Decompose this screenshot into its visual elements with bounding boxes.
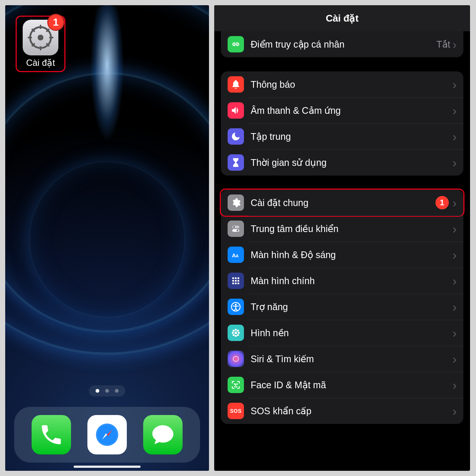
svg-point-32 xyxy=(235,329,237,331)
svg-text:A: A xyxy=(232,252,236,258)
flower-icon xyxy=(228,325,244,341)
row-label: Tập trung xyxy=(251,131,453,142)
chevron-right-icon: › xyxy=(453,353,457,365)
svg-rect-23 xyxy=(232,280,234,282)
row-label: Âm thanh & Cảm ứng xyxy=(251,105,453,116)
settings-group-alerts: Thông báo › Âm thanh & Cảm ứng › Tập tru… xyxy=(221,71,463,176)
row-personal-hotspot[interactable]: Điểm truy cập cá nhân Tắt › xyxy=(221,31,463,57)
chevron-right-icon: › xyxy=(453,222,457,235)
svg-point-31 xyxy=(235,332,237,334)
speaker-icon xyxy=(228,102,244,119)
row-control-center[interactable]: Trung tâm điều khiển › xyxy=(221,216,463,242)
svg-rect-27 xyxy=(235,283,237,284)
row-label: Điểm truy cập cá nhân xyxy=(251,39,436,50)
settings-app-badge: 1 xyxy=(47,14,64,31)
chevron-right-icon: › xyxy=(453,405,457,417)
settings-title: Cài đặt xyxy=(326,13,358,24)
row-label: Màn hình chính xyxy=(251,276,453,286)
chevron-right-icon: › xyxy=(453,78,457,91)
safari-app[interactable] xyxy=(87,415,127,454)
chevron-right-icon: › xyxy=(453,248,457,261)
gear-icon xyxy=(228,194,244,211)
bell-icon xyxy=(228,76,244,93)
svg-point-36 xyxy=(232,329,234,331)
svg-point-17 xyxy=(237,229,238,231)
svg-rect-21 xyxy=(235,277,237,279)
svg-rect-25 xyxy=(238,280,239,282)
messages-app[interactable] xyxy=(143,415,183,454)
settings-group-system: Cài đặt chung 1 › Trung tâm điều khiển ›… xyxy=(221,190,463,424)
row-label: Trợ năng xyxy=(251,302,453,312)
compass-icon xyxy=(94,422,120,447)
chevron-right-icon: › xyxy=(453,300,457,313)
faceid-icon xyxy=(228,377,244,393)
chevron-right-icon: › xyxy=(453,379,457,391)
row-label: SOS khẩn cấp xyxy=(251,406,453,416)
page-indicator[interactable] xyxy=(89,385,125,396)
row-wallpaper[interactable]: Hình nền › xyxy=(221,320,463,346)
svg-text:A: A xyxy=(236,254,239,258)
settings-pane: Cài đặt Điểm truy cập cá nhân Tắt › Thô xyxy=(214,5,470,471)
row-accessibility[interactable]: Trợ năng › xyxy=(221,294,463,320)
row-general[interactable]: Cài đặt chung 1 › xyxy=(221,190,463,216)
svg-rect-20 xyxy=(232,277,234,279)
wallpaper xyxy=(5,5,209,471)
svg-rect-26 xyxy=(232,283,234,284)
settings-scroll[interactable]: Điểm truy cập cá nhân Tắt › Thông báo › … xyxy=(214,31,470,471)
svg-point-41 xyxy=(234,384,235,384)
row-label: Màn hình & Độ sáng xyxy=(251,250,453,260)
chevron-right-icon: › xyxy=(453,274,457,287)
settings-header: Cài đặt xyxy=(214,5,470,31)
moon-icon xyxy=(228,128,244,145)
link-icon xyxy=(228,36,244,52)
chevron-right-icon: › xyxy=(453,156,457,169)
svg-point-42 xyxy=(237,384,237,384)
svg-point-9 xyxy=(38,35,44,41)
row-label: Trung tâm điều khiển xyxy=(251,223,453,234)
siri-icon xyxy=(228,351,244,367)
settings-app-highlight: 1 Cài đặt xyxy=(16,16,65,72)
svg-point-30 xyxy=(235,304,237,306)
svg-point-39 xyxy=(237,334,239,336)
phone-app[interactable] xyxy=(32,415,71,454)
row-display[interactable]: AA Màn hình & Độ sáng › xyxy=(221,242,463,268)
chevron-right-icon: › xyxy=(453,130,457,143)
row-sos[interactable]: SOS SOS khẩn cấp › xyxy=(221,398,463,424)
chevron-right-icon: › xyxy=(453,327,457,339)
accessibility-icon xyxy=(228,299,244,315)
row-label: Thời gian sử dụng xyxy=(251,157,453,168)
row-focus[interactable]: Tập trung › xyxy=(221,123,463,149)
settings-app[interactable]: 1 xyxy=(23,20,58,55)
svg-point-40 xyxy=(233,356,238,361)
toggles-icon xyxy=(228,221,244,237)
home-indicator[interactable] xyxy=(74,466,141,468)
row-screentime[interactable]: Thời gian sử dụng › xyxy=(221,149,463,176)
homescreen-pane: 1 Cài đặt xyxy=(5,5,209,471)
grid-icon xyxy=(228,273,244,289)
svg-rect-28 xyxy=(238,283,239,284)
hourglass-icon xyxy=(228,154,244,171)
row-faceid[interactable]: Face ID & Mật mã › xyxy=(221,372,463,398)
dock xyxy=(14,407,200,463)
svg-rect-22 xyxy=(238,277,239,279)
chevron-right-icon: › xyxy=(453,104,457,117)
row-siri[interactable]: Siri & Tìm kiếm › xyxy=(221,346,463,372)
settings-app-label: Cài đặt xyxy=(19,58,62,68)
row-notifications[interactable]: Thông báo › xyxy=(221,71,463,97)
row-label: Siri & Tìm kiếm xyxy=(251,354,453,364)
row-home-screen[interactable]: Màn hình chính › xyxy=(221,268,463,294)
row-value: Tắt xyxy=(436,39,450,50)
svg-point-37 xyxy=(237,329,239,331)
settings-group-network: Điểm truy cập cá nhân Tắt › xyxy=(221,31,463,57)
chevron-right-icon: › xyxy=(453,196,457,209)
svg-point-33 xyxy=(235,335,237,337)
svg-rect-24 xyxy=(235,280,237,282)
svg-point-38 xyxy=(232,334,234,336)
row-label: Face ID & Mật mã xyxy=(251,380,453,390)
chevron-right-icon: › xyxy=(453,38,457,51)
row-sounds[interactable]: Âm thanh & Cảm ứng › xyxy=(221,97,463,123)
text-size-icon: AA xyxy=(228,247,244,263)
svg-point-15 xyxy=(233,226,235,228)
message-bubble-icon xyxy=(150,422,176,447)
row-label: Thông báo xyxy=(251,79,453,90)
